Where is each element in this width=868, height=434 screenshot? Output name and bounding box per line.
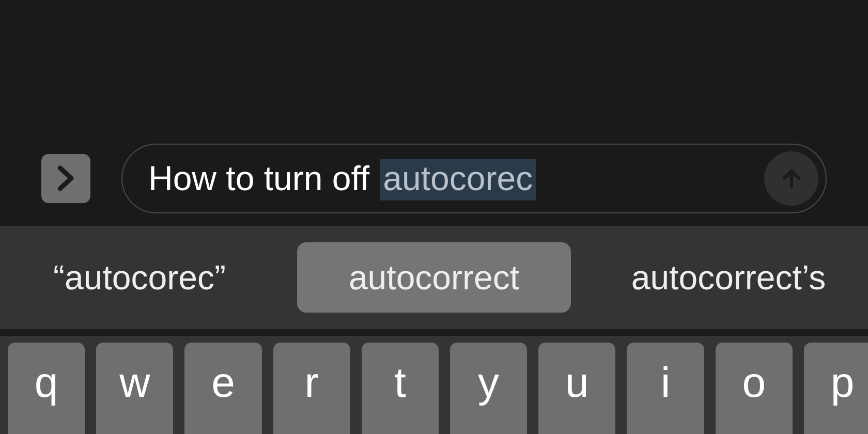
key-w[interactable]: w — [96, 343, 173, 434]
key-t[interactable]: t — [362, 343, 439, 434]
keyboard-row: q w e r t y u i o p — [0, 336, 868, 434]
key-q[interactable]: q — [8, 343, 85, 434]
key-u[interactable]: u — [538, 343, 615, 434]
expand-button[interactable] — [41, 154, 90, 203]
typed-text: How to turn off autocorec — [148, 159, 536, 198]
autocorrect-highlight: autocorec — [380, 159, 536, 200]
top-spacer — [0, 0, 868, 142]
suggestion-primary[interactable]: autocorrect — [297, 242, 571, 313]
input-row: How to turn off autocorec — [0, 142, 868, 214]
key-y[interactable]: y — [450, 343, 527, 434]
key-r[interactable]: r — [273, 343, 350, 434]
chevron-right-icon — [56, 165, 76, 191]
key-e[interactable]: e — [184, 343, 261, 434]
suggestion-literal[interactable]: “autocorec” — [16, 242, 264, 313]
key-o[interactable]: o — [716, 343, 793, 434]
text-input-pill[interactable]: How to turn off autocorec — [121, 144, 827, 213]
key-i[interactable]: i — [627, 343, 704, 434]
send-button[interactable] — [764, 151, 818, 206]
arrow-up-icon — [779, 166, 804, 191]
predictive-text-bar: “autocorec” autocorrect autocorrect’s — [0, 226, 868, 329]
key-p[interactable]: p — [804, 343, 868, 434]
typed-prefix: How to turn off — [148, 159, 379, 197]
suggestion-secondary[interactable]: autocorrect’s — [605, 242, 853, 313]
